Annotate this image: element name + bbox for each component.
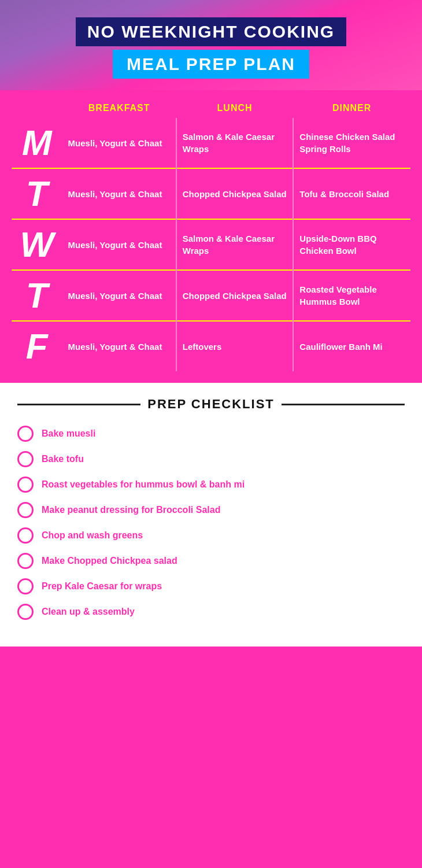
lunch-cell: Chopped Chickpea Salad [176,270,294,321]
col-header-dinner: DINNER [293,96,410,118]
lunch-cell: Salmon & Kale Caesar Wraps [176,219,294,270]
dinner-text: Upside-Down BBQ Chicken Bowl [299,232,405,257]
breakfast-cell: Muesli, Yogurt & Chaat [62,321,176,371]
breakfast-cell: Muesli, Yogurt & Chaat [62,168,176,219]
breakfast-cell: Muesli, Yogurt & Chaat [62,219,176,270]
col-header-breakfast: BREAKFAST [62,96,176,118]
lunch-text: Chopped Chickpea Salad [183,188,287,200]
lunch-text: Salmon & Kale Caesar Wraps [183,232,287,257]
dinner-text: Chinese Chicken Salad Spring Rolls [299,131,405,155]
checklist-line-right [282,404,405,405]
check-label: Roast vegetables for hummus bowl & banh … [42,479,245,490]
day-cell: T [12,270,62,321]
checklist-item: Roast vegetables for hummus bowl & banh … [17,477,405,493]
dinner-cell: Tofu & Broccoli Salad [293,168,410,219]
table-row: T Muesli, Yogurt & Chaat Chopped Chickpe… [12,168,410,219]
table-row: F Muesli, Yogurt & Chaat Leftovers Cauli… [12,321,410,371]
check-circle[interactable] [17,604,34,620]
checklist-item: Make Chopped Chickpea salad [17,553,405,569]
checklist-title: PREP CHECKLIST [147,397,275,412]
table-row: M Muesli, Yogurt & Chaat Salmon & Kale C… [12,118,410,168]
table-header-row: BREAKFAST LUNCH DINNER [12,96,410,118]
table-row: T Muesli, Yogurt & Chaat Chopped Chickpe… [12,270,410,321]
check-circle[interactable] [17,527,34,544]
col-header-lunch: LUNCH [176,96,294,118]
checklist-title-row: PREP CHECKLIST [17,397,405,412]
check-circle[interactable] [17,426,34,442]
check-label: Prep Kale Caesar for wraps [42,581,162,592]
lunch-text: Chopped Chickpea Salad [183,290,287,302]
check-label: Bake muesli [42,429,95,439]
checklist-section: PREP CHECKLIST Bake muesli Bake tofu Roa… [0,383,422,647]
breakfast-text: Muesli, Yogurt & Chaat [68,290,170,302]
title-text-1: NO WEEKNIGHT COOKING [87,22,335,41]
check-circle[interactable] [17,553,34,569]
day-letter: T [17,278,57,313]
header-section: NO WEEKNIGHT COOKING MEAL PREP PLAN [0,0,422,90]
check-label: Make Chopped Chickpea salad [42,556,177,566]
day-cell: T [12,168,62,219]
title-box: NO WEEKNIGHT COOKING MEAL PREP PLAN [23,17,399,79]
check-label: Chop and wash greens [42,530,143,541]
check-label: Bake tofu [42,454,84,464]
checklist-item: Chop and wash greens [17,527,405,544]
dinner-text: Tofu & Broccoli Salad [299,188,405,200]
checklist-item: Prep Kale Caesar for wraps [17,578,405,594]
check-circle[interactable] [17,451,34,467]
lunch-cell: Salmon & Kale Caesar Wraps [176,118,294,168]
meal-plan-section: BREAKFAST LUNCH DINNER M Muesli, Yogurt … [0,90,422,383]
table-row: W Muesli, Yogurt & Chaat Salmon & Kale C… [12,219,410,270]
checklist-line-left [17,404,140,405]
check-circle[interactable] [17,578,34,594]
day-cell: M [12,118,62,168]
checklist-item: Bake tofu [17,451,405,467]
day-letter: F [17,328,57,364]
dinner-cell: Cauliflower Banh Mi [293,321,410,371]
dinner-cell: Upside-Down BBQ Chicken Bowl [293,219,410,270]
title-line1: NO WEEKNIGHT COOKING [76,17,346,46]
check-circle[interactable] [17,502,34,518]
check-label: Make peanut dressing for Broccoli Salad [42,505,220,515]
title-text-2: MEAL PREP PLAN [127,54,295,73]
lunch-cell: Leftovers [176,321,294,371]
title-line2: MEAL PREP PLAN [113,50,309,79]
dinner-text: Roasted Vegetable Hummus Bowl [299,283,405,308]
dinner-cell: Chinese Chicken Salad Spring Rolls [293,118,410,168]
day-letter: T [17,176,57,212]
check-circle[interactable] [17,477,34,493]
day-letter: M [17,125,57,161]
lunch-cell: Chopped Chickpea Salad [176,168,294,219]
day-cell: F [12,321,62,371]
breakfast-text: Muesli, Yogurt & Chaat [68,341,170,353]
checklist-item: Bake muesli [17,426,405,442]
day-cell: W [12,219,62,270]
lunch-text: Salmon & Kale Caesar Wraps [183,131,287,155]
lunch-text: Leftovers [183,341,287,353]
breakfast-cell: Muesli, Yogurt & Chaat [62,118,176,168]
dinner-cell: Roasted Vegetable Hummus Bowl [293,270,410,321]
col-header-day [12,96,62,118]
dinner-text: Cauliflower Banh Mi [299,341,405,353]
day-letter: W [17,227,57,263]
breakfast-text: Muesli, Yogurt & Chaat [68,137,170,149]
meal-table: BREAKFAST LUNCH DINNER M Muesli, Yogurt … [12,96,410,371]
breakfast-text: Muesli, Yogurt & Chaat [68,188,170,200]
check-label: Clean up & assembly [42,607,135,617]
breakfast-text: Muesli, Yogurt & Chaat [68,239,170,251]
breakfast-cell: Muesli, Yogurt & Chaat [62,270,176,321]
checklist-item: Make peanut dressing for Broccoli Salad [17,502,405,518]
checklist-items: Bake muesli Bake tofu Roast vegetables f… [17,426,405,620]
checklist-item: Clean up & assembly [17,604,405,620]
